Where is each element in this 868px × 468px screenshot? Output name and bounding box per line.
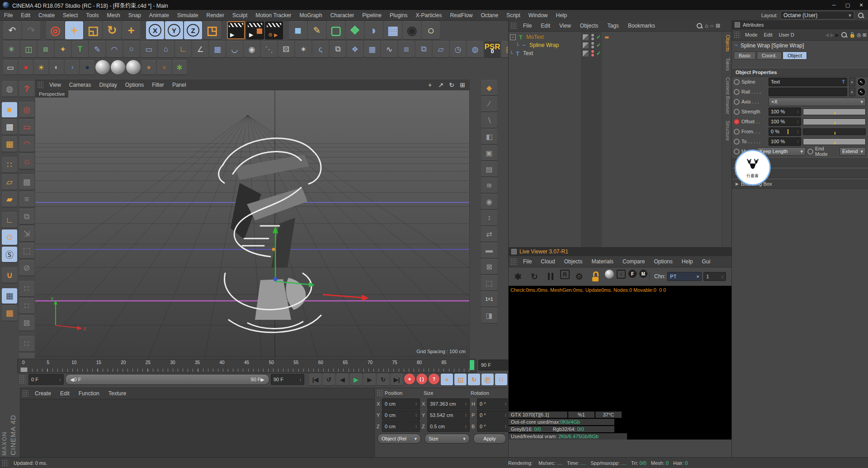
- apply-button[interactable]: Apply: [473, 434, 506, 444]
- attr-menu-item[interactable]: Edit: [761, 32, 776, 37]
- material-ball-icon[interactable]: [605, 270, 614, 279]
- light-icon[interactable]: ○: [422, 21, 440, 39]
- points-mode-icon[interactable]: ∷: [2, 157, 17, 173]
- to-field[interactable]: 100 %: [769, 137, 801, 146]
- menu-item[interactable]: Pipeline: [358, 10, 386, 20]
- material-menu-item[interactable]: Create: [30, 390, 56, 397]
- tab-content-browser[interactable]: Content Browser: [722, 76, 732, 115]
- live-viewer-titlebar[interactable]: Live Viewer 3.07-R1: [509, 247, 732, 256]
- coordinate-system-icon[interactable]: ◳: [203, 21, 221, 39]
- object-label[interactable]: MoText: [526, 34, 544, 40]
- wrench-icon[interactable]: ◆: [481, 80, 497, 95]
- arrow-mode-icon[interactable]: ▶: [835, 32, 839, 38]
- history-back-icon[interactable]: ◀: [825, 32, 829, 38]
- lv-menu-item[interactable]: Gui: [697, 258, 715, 265]
- arc-spline-icon[interactable]: ◠: [106, 41, 123, 57]
- live-selection-icon[interactable]: ◎: [19, 102, 34, 117]
- search-icon[interactable]: [840, 31, 848, 38]
- keyframe-dot-icon[interactable]: [734, 79, 740, 85]
- range-end-field[interactable]: 90 F: [271, 374, 304, 385]
- layout-dropdown[interactable]: Octane (User): [780, 11, 854, 19]
- last-used-tool-icon[interactable]: +: [122, 21, 140, 39]
- object-label[interactable]: Spline Wrap: [529, 42, 559, 48]
- mask-icon[interactable]: ▤: [481, 161, 497, 177]
- channel-dropdown[interactable]: PT: [667, 272, 702, 281]
- record-rotation-toggle[interactable]: ↻: [468, 374, 480, 385]
- record-parameter-toggle[interactable]: Ⓟ: [481, 374, 494, 385]
- shuffle-cube-icon[interactable]: ⧉: [330, 41, 346, 57]
- metallic-material-icon[interactable]: ●: [142, 60, 156, 75]
- coord-mode-dropdown[interactable]: Object (Rel: [377, 434, 421, 444]
- crossed-grid-icon[interactable]: ⊠: [19, 315, 34, 331]
- octane-scatter-icon[interactable]: ✱: [172, 60, 187, 75]
- menu-item[interactable]: X-Particles: [411, 10, 446, 20]
- rectangle-spline-icon[interactable]: ▭: [141, 41, 157, 57]
- menu-item[interactable]: Create: [34, 10, 59, 20]
- octane-camera-icon[interactable]: ●: [80, 60, 94, 75]
- dots-grid2-icon[interactable]: ∷: [19, 298, 34, 314]
- psr-keyframe-icon[interactable]: PSR: [484, 41, 500, 57]
- sound-effector-icon[interactable]: ∿: [381, 41, 397, 57]
- time-clock-icon[interactable]: ◷: [450, 41, 466, 57]
- position-input[interactable]: 0 cm: [382, 421, 420, 432]
- timeline-ruler[interactable]: 0510152025303540455055606570758085: [17, 359, 476, 373]
- octane-hdri-env-icon[interactable]: ◑: [65, 60, 79, 75]
- tweak-mode-icon[interactable]: ⊙: [2, 229, 17, 245]
- motext-tool-icon[interactable]: T: [72, 41, 88, 57]
- measure-tool-icon[interactable]: ∠: [192, 41, 208, 57]
- search-icon[interactable]: [696, 22, 703, 29]
- end-mode-dropdown[interactable]: Extend: [840, 147, 866, 156]
- om-menu-item[interactable]: Edit: [536, 23, 555, 29]
- lock-panel-icon[interactable]: 🔓: [849, 32, 855, 38]
- capsule-icon[interactable]: ▱: [433, 41, 449, 57]
- material-picker-icon[interactable]: M: [639, 270, 647, 278]
- layer-square-icon[interactable]: [583, 42, 589, 48]
- panel-grip[interactable]: [377, 389, 383, 396]
- panel-grip[interactable]: [22, 390, 28, 398]
- keyframe-dot-icon[interactable]: [734, 149, 740, 154]
- python-icon[interactable]: ς: [312, 41, 329, 57]
- menu-item[interactable]: Sculpt: [228, 10, 251, 20]
- tab-objects[interactable]: Objects: [722, 34, 732, 52]
- menu-item[interactable]: Mesh: [103, 10, 124, 20]
- dotted-sphere-icon[interactable]: ◍: [467, 41, 483, 57]
- menu-item[interactable]: Window: [524, 10, 552, 20]
- cup-icon[interactable]: ◡: [226, 41, 243, 57]
- sketch-pen-icon[interactable]: ✎: [89, 41, 105, 57]
- lv-menu-item[interactable]: File: [519, 258, 536, 265]
- lv-menu-item[interactable]: Help: [677, 258, 698, 265]
- home-icon[interactable]: ⌂: [705, 23, 708, 29]
- current-frame-field[interactable]: 0 F: [28, 374, 64, 385]
- grab-icon[interactable]: ↕: [481, 210, 497, 225]
- rotation-input[interactable]: 0 °: [477, 421, 509, 432]
- polygons-mode-icon[interactable]: ▰: [2, 192, 17, 207]
- size-input[interactable]: 397.363 cm: [427, 398, 470, 409]
- enabled-check-icon[interactable]: ✓: [596, 42, 601, 48]
- size-input[interactable]: 53.542 cm: [427, 410, 470, 421]
- glossy-material-icon[interactable]: [111, 60, 125, 75]
- diffuse-material-icon[interactable]: [95, 60, 110, 75]
- view-label[interactable]: Perspective: [35, 90, 68, 98]
- end-frame-field[interactable]: 90 F: [478, 360, 513, 370]
- menu-item[interactable]: Motion Tracker: [251, 10, 295, 20]
- deformers-icon[interactable]: ◗: [365, 21, 383, 39]
- from-field[interactable]: 0 %: [769, 127, 801, 136]
- render-area[interactable]: GTX 1070[T][6.1] %1 37°C Out-of-core use…: [509, 294, 732, 440]
- x-axis-lock-icon[interactable]: X: [146, 21, 164, 39]
- array-icon[interactable]: ✳: [3, 41, 19, 57]
- tab-object[interactable]: Object: [783, 51, 807, 60]
- om-menu-item[interactable]: Bookmarks: [623, 23, 660, 29]
- strength-field[interactable]: 100 %: [769, 108, 801, 116]
- enabled-check-icon[interactable]: ✓: [596, 34, 601, 40]
- minimize-button[interactable]: ─: [827, 0, 841, 10]
- model-mode-icon[interactable]: ■: [2, 102, 17, 117]
- size-mode-dropdown[interactable]: Size: [425, 434, 470, 444]
- checkerboard-icon[interactable]: ▦: [364, 41, 380, 57]
- camera-icon[interactable]: ◉: [403, 21, 421, 39]
- tab-takes[interactable]: Takes: [722, 57, 732, 72]
- universal-material-icon[interactable]: ●: [157, 60, 171, 75]
- lv-menu-item[interactable]: Objects: [560, 258, 587, 265]
- smooth-icon[interactable]: ≋: [481, 178, 497, 193]
- knife-icon[interactable]: ∖: [481, 112, 497, 128]
- menu-item[interactable]: Character: [326, 10, 359, 20]
